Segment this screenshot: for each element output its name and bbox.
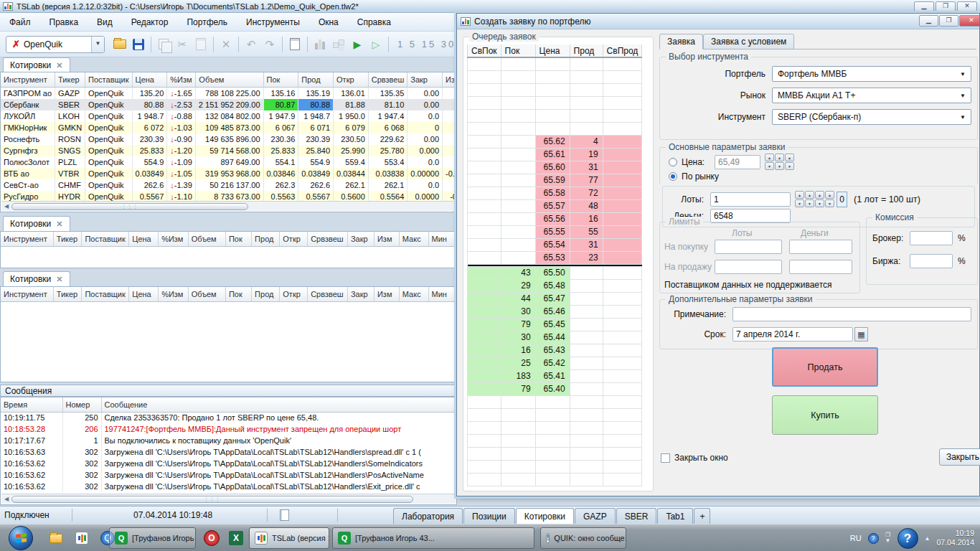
ask-qty-cell[interactable] [603, 251, 642, 264]
calendar-icon[interactable]: ▦ [854, 327, 868, 342]
column-header[interactable]: %Изм [167, 72, 196, 87]
close-tab-icon[interactable]: ✕ [56, 275, 62, 284]
ask-qty-cell[interactable]: 23 [570, 251, 603, 264]
bid-qty-cell[interactable] [468, 331, 501, 344]
save-button[interactable] [129, 35, 148, 54]
close-window-checkbox[interactable] [661, 453, 670, 463]
buy-button[interactable]: Купить [772, 395, 878, 435]
doc-tab-Лаборатория[interactable]: Лаборатория [393, 508, 463, 524]
sell-limit-money-input[interactable] [789, 260, 852, 274]
help-tray-icon[interactable]: ? [868, 533, 879, 544]
message-row[interactable]: 10:19:11.75250Сделка 2353363570: Продано… [1, 412, 454, 423]
column-header[interactable]: Поставщик [82, 287, 129, 301]
spin-down-icon[interactable]: ▼ [815, 199, 824, 207]
menu-Окна[interactable]: Окна [309, 14, 348, 30]
comment-input[interactable] [732, 307, 971, 321]
column-header[interactable]: Закр [347, 232, 374, 246]
message-row[interactable]: 10:16:53.62302Загружена dll 'C:\Users\Иг… [1, 469, 454, 481]
queue-column-header[interactable]: СвПрод [603, 44, 642, 57]
column-header[interactable]: Срвзвеш [368, 72, 407, 87]
ask-qty-cell[interactable] [603, 161, 642, 174]
queue-column-header[interactable]: Пок [501, 44, 535, 57]
spin-up-icon[interactable]: ▲ [815, 191, 824, 199]
bid-price-cell[interactable]: 65.50 [535, 266, 570, 279]
ask-qty-cell[interactable]: 4 [570, 135, 603, 148]
tray-overflow-icon[interactable]: ❐▼ [885, 532, 891, 544]
column-header[interactable]: Номер [62, 397, 101, 412]
price-radio[interactable] [669, 158, 677, 166]
tab-order[interactable]: Заявка [659, 34, 703, 50]
ask-qty-cell[interactable]: 31 [570, 238, 603, 251]
run-step-button[interactable]: ▷ [367, 35, 385, 54]
spin-up-icon[interactable]: ▲ [795, 191, 804, 199]
quote-row[interactable]: ПолюсЗолотPLZLOpenQuik554.9↓-1.09897 649… [1, 156, 457, 168]
menu-Редактор[interactable]: Редактор [122, 14, 178, 30]
menu-Файл[interactable]: Файл [0, 14, 40, 30]
excel-icon[interactable]: X [227, 529, 245, 547]
scroll-left-icon[interactable]: ◀ [1, 203, 11, 209]
ask-price-cell[interactable]: 65.60 [535, 161, 570, 174]
column-header[interactable]: Пок [263, 72, 298, 87]
sell-button[interactable]: Продать [772, 347, 878, 387]
quote-row[interactable]: ГМКНорНикGMKNOpenQuik6 072↓-1.03109 485 … [1, 122, 457, 133]
menu-Вид[interactable]: Вид [88, 14, 122, 30]
zero-lots-button[interactable]: 0 [837, 192, 847, 207]
spin-down-icon[interactable]: ▼ [785, 162, 794, 170]
column-header[interactable]: Откр [334, 72, 369, 87]
instrument-select[interactable]: SBERP (Сбербанк-п)▼ [772, 109, 971, 125]
ask-qty-cell[interactable] [603, 148, 642, 161]
tab-conditional-order[interactable]: Заявка с условием [703, 34, 794, 50]
quote-row[interactable]: СургнфгзSNGSOpenQuik25.833↓-1.2059 714 5… [1, 145, 457, 156]
column-header[interactable]: Макс [399, 287, 428, 301]
column-header[interactable]: Поставщик [85, 72, 132, 87]
bid-qty-cell[interactable]: 29 [501, 279, 535, 292]
column-header[interactable]: Цена [132, 72, 167, 87]
ask-qty-cell[interactable] [603, 199, 642, 212]
delete-button[interactable]: ✕ [217, 35, 235, 54]
taskbar-button[interactable]: Q[Труфанов Игорь 43... [332, 527, 534, 549]
bid-qty-cell[interactable]: 16 [501, 344, 535, 357]
column-header[interactable]: Тикер [53, 287, 82, 301]
scrollbar-thumb[interactable]: ⋮⋮⋮ [11, 203, 248, 210]
column-header[interactable]: Срвзвеш [308, 287, 348, 301]
close-button[interactable]: ✕ [957, 1, 977, 11]
doc-tab-Позиции[interactable]: Позиции [463, 508, 515, 524]
quote-row[interactable]: ГАЗПРОМ аоGAZPOpenQuik135.20↓-1.65788 10… [1, 87, 457, 99]
queue-column-header[interactable]: Прод [570, 44, 603, 57]
bid-qty-cell[interactable] [468, 318, 501, 331]
doc-tab-Tab1[interactable]: Tab1 [657, 508, 693, 524]
message-row[interactable]: 10:18:53.28206197741247:[Фортфель ММВБ]:… [1, 423, 454, 435]
show-desktop-icon[interactable]: ▲ [925, 535, 930, 542]
bid-qty-cell[interactable] [468, 292, 501, 305]
bid-price-cell[interactable]: 65.46 [535, 305, 570, 318]
column-header[interactable]: Инструмент [1, 232, 53, 246]
bid-qty-cell[interactable]: 79 [501, 318, 535, 331]
dialog-close-action-button[interactable]: Закрыть [939, 448, 980, 466]
bid-qty-cell[interactable]: 25 [501, 357, 535, 369]
menu-Справка[interactable]: Справка [348, 14, 400, 30]
ask-price-cell[interactable]: 65.59 [535, 174, 570, 187]
tab-quotes-3[interactable]: Котировки ✕ [3, 271, 70, 286]
ask-qty-cell[interactable]: 48 [570, 199, 603, 212]
spin-down-icon[interactable]: ▼ [795, 199, 804, 207]
clock[interactable]: 10:19 07.04.2014 [936, 529, 974, 547]
bid-price-cell[interactable]: 65.40 [535, 382, 570, 395]
ask-qty-cell[interactable]: 55 [570, 225, 603, 238]
close-tab-icon[interactable]: ✕ [56, 220, 62, 229]
dialog-close-button[interactable]: ✕ [959, 15, 979, 27]
bid-qty-cell[interactable]: 79 [501, 382, 535, 395]
start-button[interactable] [9, 526, 33, 550]
chart-button[interactable] [311, 35, 329, 54]
message-row[interactable]: 10:16:53.62302Загружена dll 'C:\Users\Иг… [1, 458, 454, 469]
lots-input[interactable]: 1 [710, 192, 791, 207]
bid-qty-cell[interactable] [468, 344, 501, 357]
quote-row[interactable]: ВТБ аоVTBROpenQuik0.03849↓-1.05319 953 9… [1, 168, 457, 179]
column-header[interactable]: Мин [428, 287, 456, 301]
provider-dropdown-arrow[interactable]: ▼ [91, 36, 104, 53]
buy-limit-money-input[interactable] [789, 240, 852, 254]
restore-button[interactable]: ❐ [936, 1, 956, 11]
copy-button[interactable] [154, 35, 173, 54]
column-header[interactable]: %Изм [159, 287, 189, 301]
quote-row[interactable]: ЛУКОЙЛLKOHOpenQuik1 948.7↓-0.88132 084 8… [1, 110, 457, 122]
column-header[interactable]: Время [1, 397, 62, 412]
